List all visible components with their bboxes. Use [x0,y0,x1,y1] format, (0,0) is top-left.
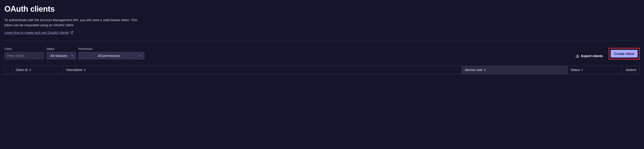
learn-oauth-link[interactable]: Learn how to create and use OAuth2 clien… [4,31,74,34]
svg-marker-8 [581,69,583,70]
table-header-row: Client ID Description Service user Statu… [4,66,640,74]
sort-icon [84,69,86,71]
table-header-client-id-label: Client ID [16,68,28,72]
table-header-status-label: Status [571,68,580,72]
client-filter-input[interactable] [4,52,44,59]
page-title: OAuth clients [4,4,640,14]
client-filter-group: Client [4,47,44,59]
table-header-status[interactable]: Status [568,66,622,74]
filters-row: Client Status All statuses Permission Al… [4,47,640,59]
table-header-checkbox[interactable] [5,66,12,74]
status-filter-select[interactable]: All statuses [46,52,76,59]
svg-marker-5 [84,70,86,71]
status-filter-label: Status [46,47,76,50]
table-header-actions-label: Actions [626,68,636,72]
create-client-button[interactable]: Create client [611,50,638,57]
create-client-highlight: Create client [609,48,640,59]
sort-icon [581,69,583,71]
svg-marker-9 [581,70,583,71]
permission-filter-select[interactable]: All permissions [78,52,144,59]
client-filter-label: Client [4,47,44,50]
table-header-service-user[interactable]: Service user [462,66,568,74]
table-header-client-id[interactable]: Client ID [12,66,63,74]
table-header-actions: Actions [622,66,639,74]
status-filter-group: Status All statuses [46,47,76,59]
page-description: To authenticate with the Account Managem… [4,18,146,27]
download-icon [576,54,579,58]
svg-marker-4 [84,69,86,70]
svg-marker-7 [484,70,486,71]
svg-marker-2 [29,69,31,70]
export-clients-button[interactable]: Export clients [574,52,604,59]
svg-marker-3 [29,70,31,71]
permission-filter-label: Permission [78,47,144,50]
table-header-description[interactable]: Description [63,66,462,74]
sort-icon [29,69,31,71]
table-header-description-label: Description [66,68,82,72]
svg-marker-6 [484,69,486,70]
export-clients-label: Export clients [581,54,603,58]
sort-icon [484,69,486,71]
permission-filter-group: Permission All permissions [78,47,144,59]
table-header-service-user-label: Service user [465,68,483,72]
learn-link-text: Learn how to create and use OAuth2 clien… [4,31,69,34]
section-divider [4,41,640,41]
svg-line-0 [72,31,73,33]
external-link-icon [70,31,74,34]
